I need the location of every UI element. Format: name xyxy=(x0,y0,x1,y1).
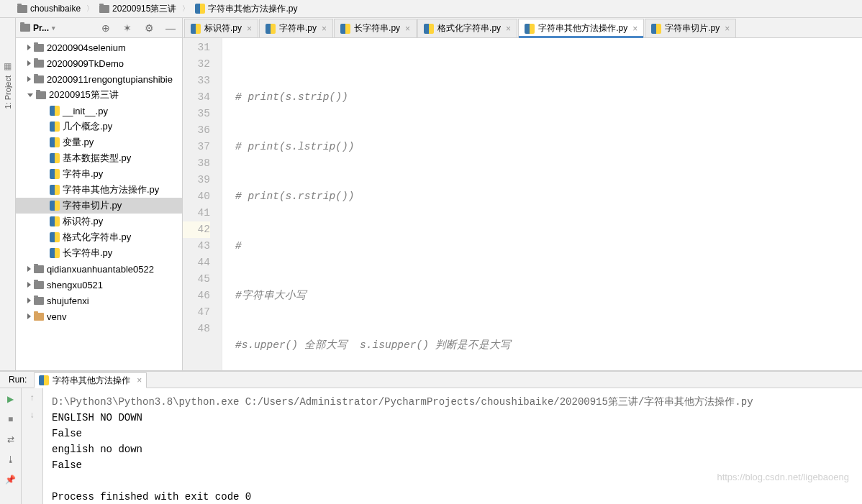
python-file-icon xyxy=(50,122,60,132)
tree-row[interactable]: 字符串.py xyxy=(16,166,182,182)
python-file-icon xyxy=(50,106,60,116)
expand-arrow-icon[interactable] xyxy=(27,45,31,50)
layout-icon[interactable]: ⇄ xyxy=(4,433,17,446)
expand-all-icon[interactable]: ✶ xyxy=(120,21,135,35)
tree-row[interactable]: venv xyxy=(16,308,182,324)
rerun-icon[interactable]: ▶ xyxy=(4,393,17,406)
hide-icon[interactable]: — xyxy=(163,21,178,35)
run-tab[interactable]: 字符串其他方法操作× xyxy=(34,372,147,388)
line-number: 41 xyxy=(183,205,210,221)
breadcrumb-item[interactable]: choushibaike xyxy=(14,2,83,15)
up-icon[interactable]: ↑ xyxy=(30,393,35,403)
tab-label: 长字符串.py xyxy=(354,22,400,35)
tree-item-label: 基本数据类型.py xyxy=(63,152,131,165)
close-icon[interactable]: × xyxy=(725,24,730,34)
tree-item-label: shujufenxi xyxy=(47,295,89,306)
line-number: 37 xyxy=(183,139,210,155)
folder-icon xyxy=(34,313,44,321)
tree-row[interactable]: shengxu0521 xyxy=(16,277,182,293)
editor-tab[interactable]: 长字符串.py× xyxy=(334,19,417,37)
project-panel-header: Pr...▾ ⊕ ✶ ⚙ — xyxy=(16,18,182,38)
folder-icon xyxy=(34,60,44,68)
line-number: 39 xyxy=(183,172,210,188)
project-tree[interactable]: 20200904selenium20200909TkDemo20200911re… xyxy=(16,38,182,370)
tree-row[interactable]: 字符串切片.py xyxy=(16,198,182,214)
tree-item-label: 20200915第三讲 xyxy=(49,88,119,101)
editor-tab[interactable]: 字符串切片.py× xyxy=(645,19,736,37)
line-number: 32 xyxy=(183,56,210,73)
tree-row[interactable]: 长字符串.py xyxy=(16,245,182,261)
close-icon[interactable]: × xyxy=(632,24,638,34)
tree-row[interactable]: __init__.py xyxy=(16,103,182,119)
close-icon[interactable]: × xyxy=(247,24,252,34)
expand-arrow-icon[interactable] xyxy=(27,313,31,319)
project-tool-button[interactable]: 1: Project xyxy=(4,75,12,109)
tree-row[interactable]: 20200904selenium xyxy=(16,40,182,55)
line-number: 46 xyxy=(183,288,210,304)
line-number: 35 xyxy=(183,106,210,122)
tree-row[interactable]: 几个概念.py xyxy=(16,119,182,134)
folder-icon xyxy=(34,265,44,273)
run-output[interactable]: D:\Python3\Python3.8\python.exe C:/Users… xyxy=(43,388,862,504)
close-icon[interactable]: × xyxy=(405,24,410,34)
pin-icon[interactable]: 📌 xyxy=(4,473,17,486)
tree-row[interactable]: 变量.py xyxy=(16,134,182,150)
line-number: 31 xyxy=(183,40,210,56)
structure-icon[interactable]: ▦ xyxy=(4,61,12,71)
folder-icon xyxy=(34,297,44,305)
expand-arrow-icon[interactable] xyxy=(27,266,31,272)
run-toolbar-right: ↑ ↓ xyxy=(22,388,43,504)
editor-tab[interactable]: 格式化字符串.py× xyxy=(417,19,517,37)
close-icon[interactable]: × xyxy=(506,24,511,34)
python-file-icon xyxy=(651,24,661,34)
download-icon[interactable]: ⭳ xyxy=(4,453,17,466)
python-file-icon xyxy=(191,24,201,34)
project-panel: Pr...▾ ⊕ ✶ ⚙ — 20200904selenium20200909T… xyxy=(16,18,183,370)
tree-row[interactable]: 20200915第三讲 xyxy=(16,87,182,103)
tree-row[interactable]: 20200911rengongtupianshibie xyxy=(16,71,182,87)
python-file-icon xyxy=(340,24,350,34)
breadcrumb-separator-icon: 〉 xyxy=(86,4,94,14)
close-icon[interactable]: × xyxy=(137,375,142,385)
editor-tab[interactable]: 标识符.py× xyxy=(184,19,258,37)
tree-item-label: 字符串.py xyxy=(63,168,103,180)
tree-item-label: __init__.py xyxy=(63,106,108,116)
watermark: https://blog.csdn.net/ligebaoeng xyxy=(717,469,849,485)
tree-row[interactable]: shujufenxi xyxy=(16,293,182,308)
tree-row[interactable]: 基本数据类型.py xyxy=(16,150,182,166)
tree-row[interactable]: 20200909TkDemo xyxy=(16,55,182,71)
python-file-icon xyxy=(50,169,60,179)
expand-arrow-icon[interactable] xyxy=(27,60,31,66)
editor-tab[interactable]: 字符串.py× xyxy=(259,19,333,37)
settings-icon[interactable]: ⚙ xyxy=(142,21,156,35)
expand-arrow-icon[interactable] xyxy=(27,76,31,82)
breadcrumb-item[interactable]: 字符串其他方法操作.py xyxy=(192,1,300,17)
breadcrumb-item[interactable]: 20200915第三讲 xyxy=(96,1,179,17)
editor-tab[interactable]: 字符串其他方法操作.py× xyxy=(518,19,644,37)
code-editor[interactable]: 313233343536373839404142434445464748 # p… xyxy=(183,38,862,370)
expand-arrow-icon[interactable] xyxy=(27,93,33,97)
tree-row[interactable]: 格式化字符串.py xyxy=(16,229,182,245)
folder-icon xyxy=(34,75,44,83)
expand-arrow-icon[interactable] xyxy=(27,298,31,303)
locate-icon[interactable]: ⊕ xyxy=(99,21,113,35)
down-icon[interactable]: ↓ xyxy=(30,410,35,420)
tree-row[interactable]: qidianxuanhuantable0522 xyxy=(16,261,182,277)
python-file-icon xyxy=(50,153,60,163)
tree-row[interactable]: 标识符.py xyxy=(16,214,182,229)
tree-item-label: qidianxuanhuantable0522 xyxy=(47,264,154,275)
close-icon[interactable]: × xyxy=(322,24,327,34)
gutter: 313233343536373839404142434445464748 xyxy=(183,38,222,370)
run-panel: Run: 字符串其他方法操作× ▶ ■ ⇄ ⭳ 📌 ↑ ↓ D:\Python3… xyxy=(0,370,862,504)
code-content[interactable]: # print(s.strip()) # print(s.lstrip()) #… xyxy=(222,38,862,370)
tree-item-label: 字符串切片.py xyxy=(63,199,122,212)
expand-arrow-icon[interactable] xyxy=(27,282,31,288)
tree-row[interactable]: 字符串其他方法操作.py xyxy=(16,182,182,198)
tree-item-label: 字符串其他方法操作.py xyxy=(63,183,159,196)
python-file-icon xyxy=(50,248,60,258)
editor-tabs: 标识符.py×字符串.py×长字符串.py×格式化字符串.py×字符串其他方法操… xyxy=(183,18,862,38)
line-number: 42 xyxy=(183,221,210,238)
output-line: False xyxy=(52,426,853,441)
project-panel-title[interactable]: Pr...▾ xyxy=(20,23,55,33)
stop-icon[interactable]: ■ xyxy=(4,413,17,426)
